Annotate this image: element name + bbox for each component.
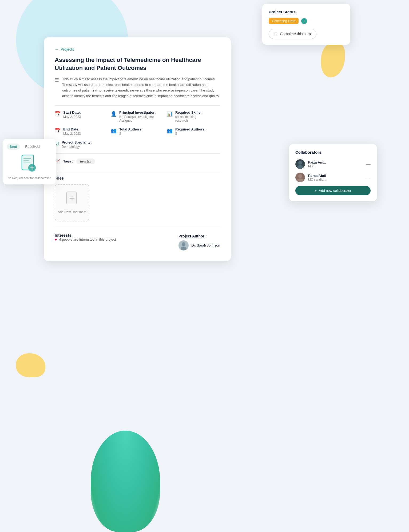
skills-value: critical thinkingresearch: [175, 115, 201, 122]
group-icon-1: 👥: [111, 128, 117, 134]
collaborator-info-2: Parsa Abdi MD candid...: [308, 174, 363, 181]
divider-1: [55, 105, 220, 106]
collaborators-title: Collaborators: [295, 150, 371, 154]
sent-received-tabs: Sent Received: [7, 144, 52, 150]
meta-grid: 📅 Start Date: May 2, 2023 👤 Principal In…: [55, 110, 220, 149]
description-row: ☰ This study aims to assess the impact o…: [55, 77, 220, 99]
total-authors-label: Total Authors:: [119, 127, 142, 131]
author-title: Project Author :: [178, 234, 220, 238]
status-row: Collecting Data i: [269, 18, 344, 24]
collaborator-avatar-2: [295, 173, 305, 182]
remove-collaborator-2[interactable]: —: [366, 175, 371, 180]
divider-2: [55, 153, 220, 154]
calendar-icon-1: 📅: [55, 111, 61, 117]
svg-point-8: [297, 165, 303, 169]
interests-title: Interests: [55, 233, 116, 237]
description-icon: ☰: [55, 77, 59, 99]
add-document-icon: [66, 191, 78, 208]
bottom-row: Interests ♥ 4 people are interested in t…: [55, 233, 220, 251]
svg-rect-15: [23, 162, 30, 163]
status-card: Project Status Collecting Data i ⊙ Compl…: [262, 4, 350, 45]
pi-label: Principal Investigator:: [119, 110, 164, 114]
svg-rect-13: [23, 158, 31, 159]
collaborator-item-2: Parsa Abdi MD candid... —: [295, 173, 371, 182]
blob-yellow-top: [321, 43, 345, 77]
interests-section: Interests ♥ 4 people are interested in t…: [55, 233, 116, 244]
blob-teal: [91, 431, 160, 532]
received-tab[interactable]: Received: [22, 144, 42, 150]
tags-row: 📈 Tags : new tag: [55, 158, 220, 164]
project-title: Assessing the Impact of Telemedicine on …: [55, 56, 220, 72]
heart-icon: ♥: [55, 237, 57, 242]
pi-value: No Principal Investigator Assigned: [119, 115, 164, 122]
back-link[interactable]: ← Projects: [55, 47, 220, 52]
collaborator-role-2: MD candid...: [308, 178, 363, 181]
svg-point-5: [181, 247, 186, 250]
collaborator-name-2: Parsa Abdi: [308, 174, 363, 178]
check-circle-icon: ⊙: [274, 31, 278, 36]
divider-4: [55, 228, 220, 228]
blob-yellow-bottom: [16, 353, 45, 377]
project-card: ← Projects Assessing the Impact of Telem…: [44, 37, 231, 261]
collaborator-item-1: Faiza Am... MS1 —: [295, 159, 371, 169]
required-authors-label: Required Authors:: [175, 127, 206, 131]
author-row: Dr. Sarah Johnson: [178, 240, 220, 251]
status-badge: Collecting Data: [269, 18, 299, 24]
svg-point-10: [298, 174, 302, 178]
skills-label: Required Skills:: [175, 110, 201, 114]
sent-message: No Request sent for collaboration: [7, 176, 52, 180]
person-icon: 👤: [111, 111, 117, 117]
sent-doc-icon: [7, 154, 52, 173]
start-date-label: Start Date:: [63, 110, 81, 114]
end-date-label: End Date:: [63, 127, 81, 131]
divider-3: [55, 171, 220, 171]
sent-tab[interactable]: Sent: [7, 144, 20, 150]
start-date-value: May 2, 2023: [63, 115, 81, 119]
sent-card: Sent Received No Request sent for collab…: [3, 139, 56, 184]
speciality-label: Project Speciality:: [62, 140, 92, 144]
meta-end-date: 📅 End Date: May 2, 2023: [55, 127, 108, 136]
author-name: Dr. Sarah Johnson: [191, 243, 220, 247]
meta-start-date: 📅 Start Date: May 2, 2023: [55, 110, 108, 122]
files-section: Files Add New Document: [55, 176, 220, 221]
author-section: Project Author : Dr. Sarah Johnson: [178, 234, 220, 251]
meta-project-speciality: ☑ Project Speciality: Dermatology: [55, 140, 108, 149]
interests-row: ♥ 4 people are interested in this projec…: [55, 237, 116, 242]
speciality-value: Dermatology: [62, 145, 92, 149]
status-card-title: Project Status: [269, 10, 344, 14]
meta-required-authors: 👥 Required Authors: 5: [167, 127, 220, 136]
required-authors-value: 5: [175, 132, 206, 136]
tags-label: Tags :: [63, 159, 73, 163]
complete-step-button[interactable]: ⊙ Complete this step: [269, 29, 316, 39]
collaborator-role-1: MS1: [308, 164, 363, 168]
remove-collaborator-1[interactable]: —: [366, 161, 371, 167]
files-section-title: Files: [55, 176, 220, 180]
svg-point-7: [298, 161, 302, 165]
end-date-value: May 2, 2023: [63, 132, 81, 136]
interests-text: 4 people are interested in this project: [59, 237, 116, 241]
svg-point-4: [182, 242, 185, 246]
skills-icon: 📊: [167, 111, 173, 117]
collaborators-card: Collaborators Faiza Am... MS1 — Parsa Ab…: [289, 144, 377, 201]
tag-chip-new-tag[interactable]: new tag: [76, 158, 95, 164]
meta-required-skills: 📊 Required Skills: critical thinkingrese…: [167, 110, 220, 122]
collaborator-name-1: Faiza Am...: [308, 160, 363, 164]
info-icon[interactable]: i: [301, 18, 307, 24]
add-collaborator-button[interactable]: + Add new collaborator: [295, 186, 371, 195]
author-avatar: [178, 240, 189, 251]
plus-icon: +: [315, 189, 317, 193]
back-arrow-icon: ←: [55, 47, 59, 52]
total-authors-value: 8: [119, 132, 142, 136]
meta-principal-investigator: 👤 Principal Investigator: No Principal I…: [111, 110, 164, 122]
group-icon-2: 👥: [167, 128, 173, 134]
collaborator-avatar-1: [295, 159, 305, 169]
collaborator-info-1: Faiza Am... MS1: [308, 160, 363, 168]
calendar-icon-2: 📅: [55, 128, 61, 134]
add-document-card[interactable]: Add New Document: [55, 184, 89, 221]
add-document-label: Add New Document: [58, 210, 86, 214]
svg-rect-14: [23, 160, 29, 161]
meta-total-authors: 👥 Total Authors: 8: [111, 127, 164, 136]
svg-point-11: [297, 178, 303, 182]
description-text: This study aims to assess the impact of …: [62, 77, 220, 99]
